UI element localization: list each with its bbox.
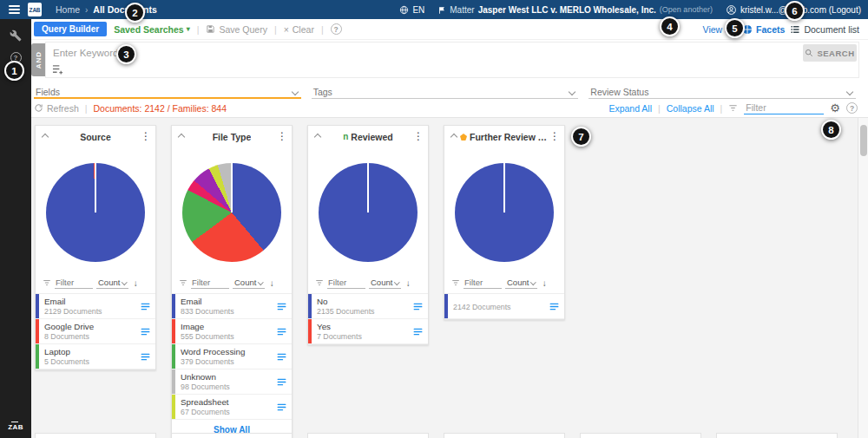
facet-value-row[interactable]: Laptop5 Documents: [36, 344, 155, 369]
pie-chart[interactable]: [319, 163, 418, 262]
kebab-menu-icon[interactable]: ⋮: [413, 130, 424, 142]
clear-label: Clear: [293, 24, 314, 35]
filter-dropdown-row: Fields Tags Review Status: [31, 80, 868, 99]
facet-value-row[interactable]: 2142 Documents: [444, 294, 564, 319]
open-another-link[interactable]: (Open another): [660, 5, 713, 14]
add-to-list-icon[interactable]: [140, 326, 151, 337]
add-to-list-icon[interactable]: [140, 351, 151, 363]
save-query-label: Save Query: [219, 24, 266, 35]
chevron-down-icon: [569, 88, 575, 95]
matter-selector[interactable]: Matter Jasper West LLC v. MERLO Wholesal…: [437, 5, 713, 15]
facet-filter-input[interactable]: [55, 277, 93, 289]
add-to-list-icon[interactable]: [412, 326, 424, 337]
pie-chart[interactable]: [46, 163, 145, 262]
facet-help-icon[interactable]: ?: [846, 102, 858, 114]
pie-chart[interactable]: [182, 163, 281, 262]
facet-value-text: Email2129 Documents: [39, 294, 140, 318]
facet-value-row[interactable]: Email833 Documents: [172, 294, 292, 319]
tags-dropdown[interactable]: Tags: [312, 85, 579, 99]
and-operator-tab[interactable]: AND: [31, 43, 45, 76]
facet-card-header: Further Review As...⋮: [444, 126, 564, 148]
facet-value-count: 98 Documents: [181, 382, 273, 391]
view-as-facets-toggle[interactable]: Facets: [742, 24, 785, 35]
add-to-list-icon[interactable]: [276, 376, 287, 388]
pie-chart-area: [444, 148, 564, 277]
scrollbar-thumb[interactable]: [860, 125, 867, 156]
language-selector[interactable]: EN: [399, 5, 424, 15]
language-label: EN: [412, 5, 424, 15]
facet-value-row[interactable]: Yes7 Documents: [308, 319, 428, 344]
callout-4: 4: [660, 16, 680, 36]
next-row-card-edge: [307, 433, 429, 438]
collapse-facet-icon[interactable]: [43, 134, 48, 140]
fields-dropdown[interactable]: Fields: [34, 85, 301, 99]
save-query-button[interactable]: Save Query: [206, 24, 266, 35]
sort-by-label: Count: [234, 278, 256, 287]
add-to-list-icon[interactable]: [276, 402, 287, 413]
sort-direction-icon[interactable]: ↓: [542, 278, 547, 288]
facet-filter-input[interactable]: [191, 277, 229, 289]
vertical-scrollbar[interactable]: [858, 118, 868, 438]
facet-value-row[interactable]: Word Processing379 Documents: [172, 344, 292, 369]
facet-title-group: nReviewed: [308, 126, 428, 148]
view-as-document-list-toggle[interactable]: Document list: [790, 24, 859, 35]
facet-filter-global-input[interactable]: [744, 101, 824, 114]
search-button[interactable]: SEARCH: [803, 44, 857, 62]
gear-icon[interactable]: ⚙: [830, 102, 840, 114]
add-to-list-icon[interactable]: [276, 326, 287, 337]
facet-value-row[interactable]: Image555 Documents: [172, 319, 292, 344]
tools-icon[interactable]: [10, 29, 22, 42]
matter-label: Matter: [450, 5, 474, 15]
pie-slice-divider: [503, 163, 505, 212]
facet-value-row[interactable]: Spreadsheet67 Documents: [172, 395, 292, 420]
sort-by-select[interactable]: Count: [96, 278, 128, 289]
add-to-list-icon[interactable]: [412, 301, 424, 312]
add-to-list-icon[interactable]: [549, 301, 560, 312]
facet-value-row[interactable]: Unknown98 Documents: [172, 369, 292, 395]
review-status-dropdown[interactable]: Review Status: [589, 85, 856, 99]
kebab-menu-icon[interactable]: ⋮: [141, 130, 151, 142]
clear-button[interactable]: × Clear: [284, 24, 314, 35]
facet-value-row[interactable]: No2135 Documents: [308, 294, 428, 319]
facet-value-text: Google Drive8 Documents: [39, 319, 140, 343]
add-to-list-icon[interactable]: [140, 301, 151, 312]
sort-by-select[interactable]: Count: [505, 278, 537, 289]
add-to-list-icon[interactable]: [276, 301, 287, 312]
refresh-button[interactable]: Refresh: [34, 103, 79, 114]
sort-by-select[interactable]: Count: [233, 278, 265, 289]
breadcrumb-home-link[interactable]: Home: [56, 4, 80, 15]
add-condition-icon[interactable]: [52, 64, 63, 75]
collapse-facet-icon[interactable]: [451, 134, 457, 140]
add-to-list-icon[interactable]: [276, 351, 287, 363]
sort-by-select[interactable]: Count: [369, 278, 401, 289]
collapse-facet-icon[interactable]: [315, 134, 320, 140]
facet-value-count: 67 Documents: [181, 408, 273, 416]
sort-direction-icon[interactable]: ↓: [406, 278, 411, 288]
saved-searches-label: Saved Searches: [114, 24, 184, 35]
query-builder-button[interactable]: Query Builder: [34, 22, 107, 36]
kebab-menu-icon[interactable]: ⋮: [549, 130, 560, 142]
callout-5: 5: [725, 18, 745, 38]
saved-searches-dropdown[interactable]: Saved Searches ▾: [114, 24, 190, 35]
sort-direction-icon[interactable]: ↓: [270, 278, 274, 288]
breadcrumb-separator: ›: [85, 5, 88, 15]
collapse-facet-icon[interactable]: [179, 134, 184, 140]
collapse-all-link[interactable]: Collapse All: [667, 103, 714, 114]
zylab-logo[interactable]: ZAB: [28, 3, 42, 16]
facet-filter-input[interactable]: [464, 277, 502, 289]
kebab-menu-icon[interactable]: ⋮: [277, 130, 287, 142]
facet-value-label: Google Drive: [44, 322, 136, 331]
expand-all-link[interactable]: Expand All: [608, 103, 652, 114]
facet-card-source: Source⋮Count↓Email2129 DocumentsGoogle D…: [35, 125, 156, 370]
keywords-input[interactable]: [46, 42, 324, 60]
facet-title: Reviewed: [351, 132, 392, 142]
save-icon: [206, 24, 215, 34]
hamburger-menu-icon[interactable]: [9, 5, 20, 14]
app-window: ZAB Home › All Documents EN Matter Jaspe…: [0, 0, 868, 438]
pie-chart[interactable]: [455, 163, 554, 262]
facet-value-row[interactable]: Email2129 Documents: [36, 294, 155, 319]
facet-filter-input[interactable]: [327, 277, 365, 289]
sort-direction-icon[interactable]: ↓: [134, 278, 138, 288]
facet-value-row[interactable]: Google Drive8 Documents: [36, 319, 155, 344]
query-help-icon[interactable]: ?: [331, 23, 342, 35]
